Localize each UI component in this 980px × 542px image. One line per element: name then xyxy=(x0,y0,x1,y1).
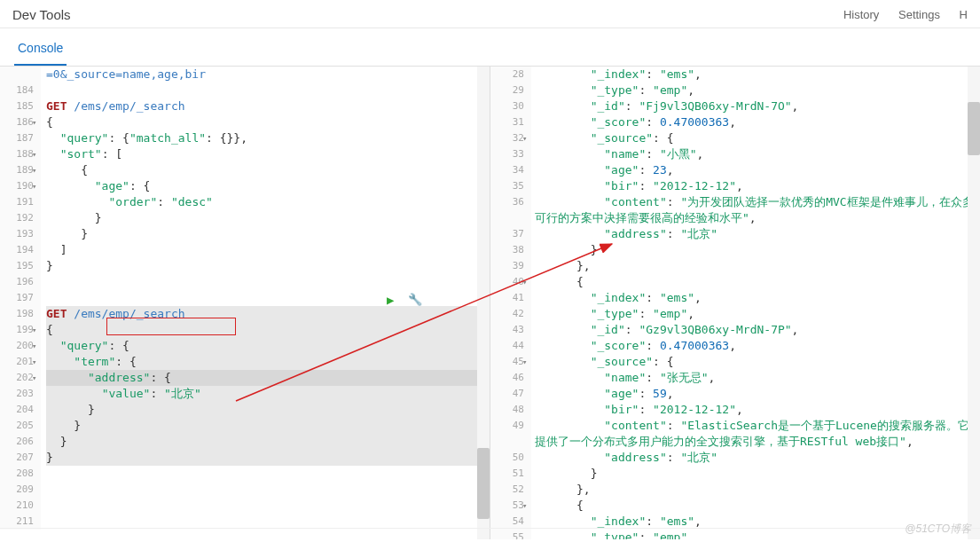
scrollbar-left[interactable] xyxy=(477,67,490,539)
request-editor[interactable]: 184185186▾187188▾189▾190▾191192193194195… xyxy=(0,67,490,539)
response-pane: 2829303132▾3334353637383940▾4142434445▾4… xyxy=(490,67,980,539)
response-viewer[interactable]: 2829303132▾3334353637383940▾4142434445▾4… xyxy=(490,67,980,539)
header-links: History Settings H xyxy=(827,8,968,21)
header: Dev Tools History Settings H xyxy=(0,0,980,28)
run-query-icon[interactable]: ▶ xyxy=(387,292,394,308)
main: 184185186▾187188▾189▾190▾191192193194195… xyxy=(0,67,980,539)
scrollbar-thumb-left[interactable] xyxy=(477,448,490,519)
gutter-right: 2829303132▾3334353637383940▾4142434445▾4… xyxy=(490,67,531,539)
tabs: Console xyxy=(0,28,980,67)
scrollbar-right[interactable] xyxy=(968,67,980,539)
request-code[interactable]: =0&_source=name,age,birGET /ems/emp/_sea… xyxy=(41,67,490,530)
app-title: Dev Tools xyxy=(12,7,827,22)
response-code: "_index": "ems", "_type": "emp", "_id": … xyxy=(531,67,980,539)
scrollbar-thumb-right[interactable] xyxy=(968,102,980,155)
settings-link[interactable]: Settings xyxy=(898,8,940,21)
watermark: @51CTO博客 xyxy=(905,522,971,537)
tab-console[interactable]: Console xyxy=(14,34,67,66)
request-pane: 184185186▾187188▾189▾190▾191192193194195… xyxy=(0,67,490,539)
history-link[interactable]: History xyxy=(843,8,879,21)
wrench-icon[interactable]: 🔧 xyxy=(408,292,422,308)
footer-strip xyxy=(0,528,980,542)
gutter-left: 184185186▾187188▾189▾190▾191192193194195… xyxy=(0,67,41,530)
help-link-fragment[interactable]: H xyxy=(960,8,968,21)
